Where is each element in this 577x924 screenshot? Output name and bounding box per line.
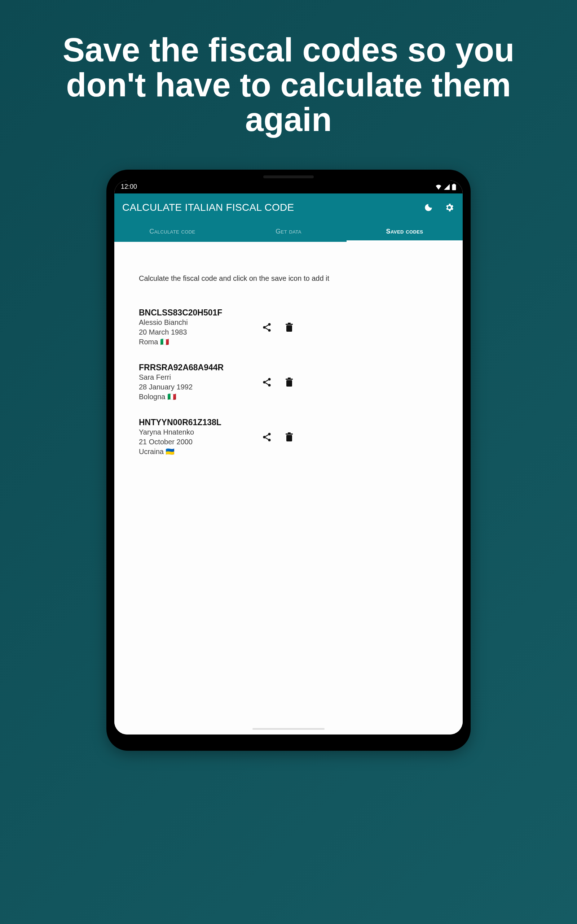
fiscal-code: FRRSRA92A68A944R xyxy=(139,363,251,373)
svg-point-9 xyxy=(263,381,266,383)
share-icon xyxy=(262,322,272,333)
item-place: Roma 🇮🇹 xyxy=(139,337,251,347)
svg-point-8 xyxy=(268,378,271,380)
item-name: Sara Ferri xyxy=(139,373,251,382)
app-bar: CALCULATE ITALIAN FISCAL CODE xyxy=(114,194,463,221)
item-info: HNTYYN00R61Z138L Yaryna Hnatenko 21 Octo… xyxy=(139,418,251,457)
share-button[interactable] xyxy=(261,431,273,443)
item-place: Ucraina 🇺🇦 xyxy=(139,447,251,457)
svg-rect-11 xyxy=(286,380,292,386)
svg-rect-13 xyxy=(288,378,291,379)
svg-rect-7 xyxy=(288,323,291,324)
app-title: CALCULATE ITALIAN FISCAL CODE xyxy=(122,202,294,213)
share-icon xyxy=(262,377,272,387)
list-item: HNTYYN00R61Z138L Yaryna Hnatenko 21 Octo… xyxy=(139,418,438,457)
tabs: Calculate code Get data Saved codes xyxy=(114,221,463,242)
item-info: BNCLSS83C20H501F Alessio Bianchi 20 Marc… xyxy=(139,308,251,347)
settings-button[interactable] xyxy=(444,202,455,213)
status-icons xyxy=(435,184,456,190)
delete-button[interactable] xyxy=(283,431,295,443)
share-icon xyxy=(262,432,272,442)
svg-rect-19 xyxy=(288,432,291,433)
item-dob: 21 October 2000 xyxy=(139,437,251,447)
hint-text: Calculate the fiscal code and click on t… xyxy=(139,274,438,283)
status-bar: 12:00 xyxy=(114,181,463,194)
svg-rect-17 xyxy=(286,435,292,441)
item-place: Bologna 🇮🇹 xyxy=(139,392,251,402)
fiscal-code: HNTYYN00R61Z138L xyxy=(139,418,251,427)
svg-rect-12 xyxy=(285,379,293,380)
tab-saved-codes[interactable]: Saved codes xyxy=(347,221,463,242)
item-dob: 28 January 1992 xyxy=(139,382,251,392)
svg-rect-5 xyxy=(286,325,292,332)
share-button[interactable] xyxy=(261,376,273,388)
status-time: 12:00 xyxy=(121,183,137,191)
svg-point-10 xyxy=(268,384,271,386)
trash-icon xyxy=(285,377,293,387)
item-name: Yaryna Hnatenko xyxy=(139,427,251,437)
item-name: Alessio Bianchi xyxy=(139,318,251,327)
moon-icon xyxy=(424,203,433,212)
svg-rect-18 xyxy=(285,433,293,435)
tab-get-data[interactable]: Get data xyxy=(230,221,347,242)
share-button[interactable] xyxy=(261,321,273,333)
svg-rect-1 xyxy=(453,184,455,185)
svg-point-4 xyxy=(268,329,271,331)
svg-point-3 xyxy=(263,326,266,328)
svg-point-15 xyxy=(263,436,266,438)
fiscal-code: BNCLSS83C20H501F xyxy=(139,308,251,318)
item-info: FRRSRA92A68A944R Sara Ferri 28 January 1… xyxy=(139,363,251,402)
content-area: Calculate the fiscal code and click on t… xyxy=(114,242,463,735)
tab-calculate-code[interactable]: Calculate code xyxy=(114,221,230,242)
delete-button[interactable] xyxy=(283,321,295,333)
trash-icon xyxy=(285,322,293,333)
svg-point-16 xyxy=(268,439,271,441)
dark-mode-button[interactable] xyxy=(423,202,434,213)
device-notch xyxy=(263,175,314,178)
svg-rect-0 xyxy=(452,184,456,190)
svg-point-2 xyxy=(268,323,271,326)
item-dob: 20 March 1983 xyxy=(139,327,251,337)
delete-button[interactable] xyxy=(283,376,295,388)
list-item: BNCLSS83C20H501F Alessio Bianchi 20 Marc… xyxy=(139,308,438,347)
battery-icon xyxy=(452,184,456,190)
device-screen: 12:00 CALCULATE ITALIAN FISCAL CODE Calc… xyxy=(114,181,463,735)
home-indicator xyxy=(253,728,324,730)
headline: Save the fiscal codes so you don't have … xyxy=(0,0,577,137)
tablet-frame: 12:00 CALCULATE ITALIAN FISCAL CODE Calc… xyxy=(106,170,471,751)
gear-icon xyxy=(444,202,455,213)
svg-rect-6 xyxy=(285,324,293,325)
wifi-icon xyxy=(435,184,442,190)
list-item: FRRSRA92A68A944R Sara Ferri 28 January 1… xyxy=(139,363,438,402)
signal-icon xyxy=(444,184,450,190)
svg-point-14 xyxy=(268,433,271,435)
trash-icon xyxy=(285,432,293,442)
